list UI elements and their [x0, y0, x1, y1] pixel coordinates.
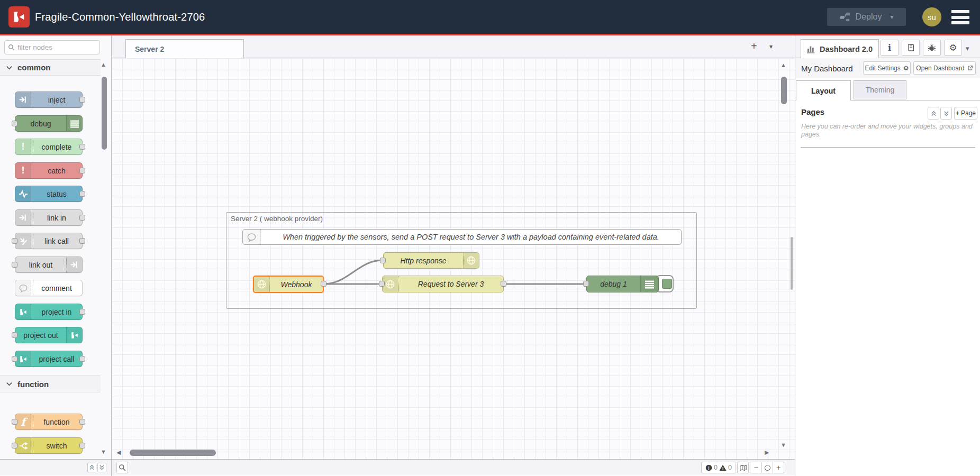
sidebar-tab-dashboard[interactable]: Dashboard 2.0: [801, 39, 879, 58]
palette-node-link-out[interactable]: link out: [15, 257, 83, 273]
flow-node-request-to-server-3[interactable]: Request to Server 3: [382, 276, 504, 292]
palette-node-inject[interactable]: inject: [15, 91, 83, 108]
zoom-out-button[interactable]: −: [750, 462, 761, 473]
palette-node-switch[interactable]: switch: [15, 437, 83, 454]
palette-node-debug[interactable]: debug: [15, 115, 83, 132]
node-port[interactable]: [12, 238, 17, 244]
palette-scroll-down-icon[interactable]: ▼: [101, 448, 106, 455]
node-port[interactable]: [12, 443, 17, 448]
pulse-icon: [15, 186, 31, 202]
node-output-port[interactable]: [321, 281, 326, 287]
palette-node-comment[interactable]: comment: [15, 280, 83, 296]
palette-node-function[interactable]: f function: [15, 414, 83, 430]
flow-node-http-response[interactable]: Http response: [383, 252, 479, 269]
plus-icon: +: [956, 109, 959, 117]
edit-settings-button[interactable]: Edit Settings ⚙: [863, 61, 911, 75]
node-port[interactable]: [79, 309, 85, 315]
zoom-reset-icon: [765, 465, 770, 471]
flow-node-comment[interactable]: When triggered by the sensors, send a PO…: [242, 229, 682, 245]
node-port[interactable]: [79, 191, 85, 197]
collapse-all-button[interactable]: [87, 463, 96, 472]
node-port[interactable]: [79, 215, 85, 221]
globe-icon: [254, 277, 270, 292]
help-tab-button[interactable]: [902, 40, 920, 56]
palette-node-project-in[interactable]: project in: [15, 304, 83, 320]
palette-node-link-call[interactable]: link call: [15, 233, 83, 249]
user-avatar[interactable]: su: [922, 7, 941, 26]
project-logo-icon: [66, 327, 82, 343]
node-input-port[interactable]: [583, 281, 589, 287]
tab-theming[interactable]: Theming: [854, 80, 906, 99]
node-port[interactable]: [12, 419, 17, 425]
flow-status-counts[interactable]: ! 0 ! 0: [701, 462, 736, 473]
palette-filter[interactable]: [4, 40, 100, 54]
node-port[interactable]: [79, 443, 85, 448]
node-port[interactable]: [79, 168, 85, 173]
deploy-button[interactable]: Deploy ▾: [827, 8, 906, 26]
palette-node-status[interactable]: status: [15, 186, 83, 202]
node-port[interactable]: [79, 238, 85, 244]
flow-viewport[interactable]: Server 2 ( webhook provider) When trigge…: [112, 58, 795, 459]
node-port[interactable]: [79, 144, 85, 150]
palette-node-complete[interactable]: ! complete: [15, 139, 83, 155]
zoom-in-button[interactable]: +: [773, 462, 784, 473]
node-port[interactable]: [79, 419, 85, 425]
bug-icon: [928, 43, 936, 52]
link-arrow-icon: [15, 210, 31, 225]
node-port[interactable]: [79, 97, 85, 103]
palette-node-link-in[interactable]: link in: [15, 209, 83, 226]
node-input-port[interactable]: [379, 281, 385, 287]
add-flow-button[interactable]: +: [751, 40, 757, 52]
node-port[interactable]: [12, 356, 17, 362]
config-tab-button[interactable]: ⚙: [944, 40, 962, 56]
move-up-button[interactable]: [928, 107, 939, 120]
node-port[interactable]: [12, 262, 17, 268]
error-icon: !: [705, 464, 712, 471]
debug-tab-button[interactable]: [923, 40, 941, 56]
info-icon: i: [888, 43, 891, 53]
node-input-port[interactable]: [380, 258, 386, 263]
palette-node-project-call[interactable]: project call: [15, 351, 83, 367]
add-page-button[interactable]: + Page: [954, 107, 977, 120]
category-function[interactable]: function: [0, 376, 101, 392]
palette-node-catch[interactable]: ! catch: [15, 162, 83, 179]
palette-scroll-up-icon[interactable]: ▲: [101, 61, 106, 68]
open-dashboard-button[interactable]: Open Dashboard: [913, 61, 976, 75]
comment-bubble-icon: [243, 230, 261, 244]
palette-node-project-out[interactable]: project out: [15, 327, 83, 343]
zoom-reset-button[interactable]: [761, 462, 773, 473]
palette: common inject debug ! complete ! catch: [0, 35, 112, 476]
main-menu-button[interactable]: [951, 10, 969, 24]
dashboard-name: My Dashboard: [801, 58, 853, 78]
node-port[interactable]: [12, 121, 17, 126]
sidebar-resize-handle[interactable]: [791, 237, 793, 290]
comment-bubble-icon: [15, 280, 31, 296]
info-tab-button[interactable]: i: [881, 40, 899, 56]
navigator-map-button[interactable]: [737, 462, 749, 473]
flow-tab-server-2[interactable]: Server 2: [125, 39, 244, 58]
gear-icon: ⚙: [903, 65, 909, 72]
filter-nodes-input[interactable]: [17, 43, 92, 51]
node-red-editor: Fragile-Common-Yellowthroat-2706 Deploy …: [0, 0, 980, 476]
expand-all-button[interactable]: [97, 463, 106, 472]
category-common[interactable]: common: [0, 59, 101, 76]
flow-node-webhook[interactable]: Webhook: [253, 276, 324, 293]
tab-layout[interactable]: Layout: [796, 80, 851, 100]
zoom-controls: − +: [750, 462, 784, 473]
search-flows-button[interactable]: [116, 462, 128, 473]
palette-footer: [0, 459, 111, 475]
node-port[interactable]: [79, 356, 85, 362]
flow-list-caret[interactable]: ▾: [769, 43, 773, 50]
sidebar-options-caret[interactable]: ▾: [966, 44, 969, 52]
move-down-button[interactable]: [940, 107, 952, 120]
link-call-icon: [15, 233, 31, 249]
chevron-down-icon: [6, 382, 12, 386]
palette-scrollbar-thumb[interactable]: [102, 77, 107, 150]
chevron-down-icon: [6, 66, 12, 70]
debug-list-icon: [66, 116, 82, 131]
header: Fragile-Common-Yellowthroat-2706 Deploy …: [0, 0, 980, 34]
node-port[interactable]: [12, 332, 17, 338]
deploy-options-caret[interactable]: ▾: [890, 13, 893, 21]
node-output-port[interactable]: [501, 281, 506, 287]
flow-node-debug-1[interactable]: debug 1: [586, 276, 659, 292]
